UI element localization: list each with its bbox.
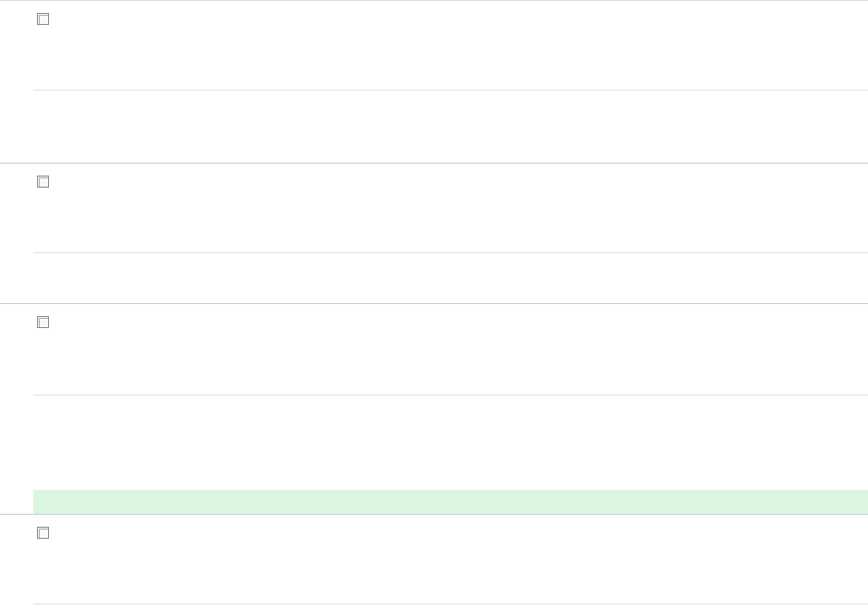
row-lower <box>33 91 868 163</box>
checkbox-wrap <box>33 523 52 542</box>
list-row <box>0 514 868 609</box>
row-checkbox[interactable] <box>37 527 49 539</box>
list-row <box>0 0 868 163</box>
row-lower <box>33 253 868 303</box>
row-upper <box>0 164 868 252</box>
row-lower <box>33 604 868 609</box>
checkbox-wrap <box>33 9 52 28</box>
highlight-bar <box>33 490 868 514</box>
row-gap <box>0 367 868 395</box>
row-upper <box>0 515 868 603</box>
row-upper <box>0 1 868 90</box>
list-row <box>0 303 868 514</box>
row-lower <box>33 396 868 514</box>
list-row <box>0 163 868 303</box>
row-checkbox[interactable] <box>37 316 49 328</box>
row-checkbox[interactable] <box>37 13 49 25</box>
row-upper-highlighted <box>0 304 868 367</box>
checkbox-wrap <box>33 172 52 190</box>
checkbox-wrap <box>33 312 52 331</box>
row-checkbox[interactable] <box>37 176 49 188</box>
